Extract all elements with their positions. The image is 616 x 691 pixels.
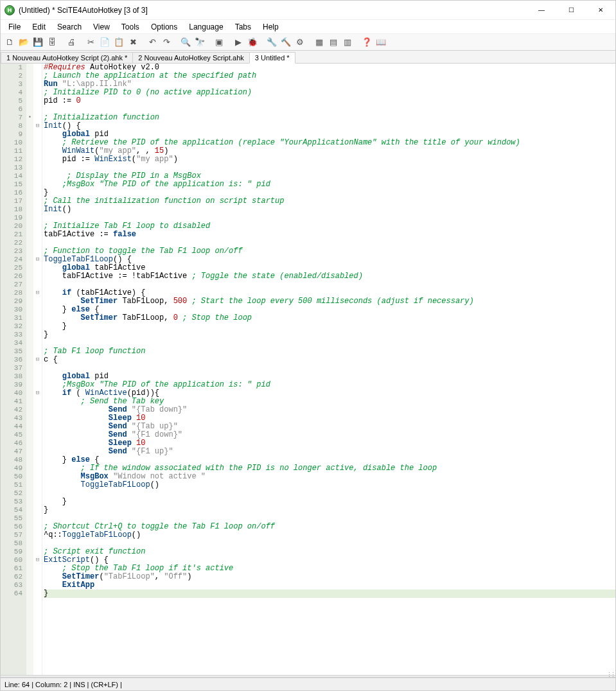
replace-icon[interactable]: 🔭 xyxy=(193,36,206,49)
tab[interactable]: 2 Nouveau AutoHotkey Script.ahk xyxy=(132,52,249,63)
fold-gutter[interactable]: ⊟ ⊟ ⊟ ⊟ ⊟ ⊟ xyxy=(33,64,42,675)
delete-icon[interactable]: ✖ xyxy=(127,36,139,49)
help2-icon[interactable]: 📖 xyxy=(374,36,387,49)
minimize-button[interactable]: — xyxy=(527,1,556,20)
menu-language[interactable]: Language xyxy=(184,21,228,33)
toolbar: 🗋📂💾🗄🖨✂📄📋✖↶↷🔍🔭▣▶🐞🔧🔨⚙▦▤▥❓📖 xyxy=(1,34,615,51)
panel3-icon[interactable]: ▥ xyxy=(341,36,354,49)
menu-tools[interactable]: Tools xyxy=(116,21,145,33)
redo-icon[interactable]: ↷ xyxy=(160,36,173,49)
new-file-icon[interactable]: 🗋 xyxy=(3,36,16,49)
tab[interactable]: 1 Nouveau AutoHotkey Script (2).ahk * xyxy=(1,52,133,63)
menu-search[interactable]: Search xyxy=(52,21,87,33)
code-line[interactable]: ToggleTabF1Loop() xyxy=(44,481,615,489)
menu-file[interactable]: File xyxy=(3,21,26,33)
run-icon[interactable]: ▶ xyxy=(232,36,245,49)
print-icon[interactable]: 🖨 xyxy=(65,36,78,49)
menu-tabs[interactable]: Tabs xyxy=(230,21,256,33)
code-line[interactable]: tabF1Active := false xyxy=(44,231,615,239)
tool2-icon[interactable]: 🔨 xyxy=(279,36,292,49)
panel1-icon[interactable]: ▦ xyxy=(313,36,326,49)
code-line[interactable]: Send "{F1 up}" xyxy=(44,448,615,456)
menu-edit[interactable]: Edit xyxy=(27,21,51,33)
menu-options[interactable]: Options xyxy=(146,21,182,33)
code-line[interactable]: ExitApp xyxy=(44,581,615,590)
save-icon[interactable]: 💾 xyxy=(31,36,44,49)
help1-icon[interactable]: ❓ xyxy=(360,36,373,49)
marker-gutter: • xyxy=(26,64,33,675)
output-pane-grip[interactable] xyxy=(1,675,615,678)
tool3-icon[interactable]: ⚙ xyxy=(294,36,306,49)
tool1-icon[interactable]: 🔧 xyxy=(265,36,278,49)
status-bar: Line: 64 | Column: 2 | INS | (CR+LF) | xyxy=(1,678,615,690)
cut-icon[interactable]: ✂ xyxy=(84,36,97,49)
code-line[interactable]: pid := WinExist("my app") xyxy=(44,155,615,164)
code-line[interactable]: pid := 0 xyxy=(44,97,615,105)
code-area[interactable]: #Requires AutoHotkey v2.0; Launch the ap… xyxy=(42,64,615,675)
open-file-icon[interactable]: 📂 xyxy=(17,36,30,49)
code-line[interactable]: SetTimer TabF1Loop, 500 ; Start the loop… xyxy=(44,297,615,306)
stop-macro-icon[interactable]: ▣ xyxy=(213,36,225,49)
paste-icon[interactable]: 📋 xyxy=(112,36,125,49)
save-all-icon[interactable]: 🗄 xyxy=(46,36,58,49)
close-button[interactable]: ✕ xyxy=(586,1,615,20)
code-line[interactable]: ; Call the initialization function on sc… xyxy=(44,197,615,206)
find-icon[interactable]: 🔍 xyxy=(179,36,192,49)
menu-help[interactable]: Help xyxy=(258,21,284,33)
code-line[interactable] xyxy=(44,364,615,372)
window-title: (Untitled) * SciTE4AutoHotkey [3 of 3] xyxy=(19,6,527,15)
copy-icon[interactable]: 📄 xyxy=(98,36,111,49)
code-line[interactable]: } xyxy=(44,331,615,339)
code-line[interactable]: ^q::ToggleTabF1Loop() xyxy=(44,531,615,539)
code-line[interactable]: SetTimer("TabF1Loop", "Off") xyxy=(44,573,615,581)
code-line[interactable]: c { xyxy=(44,356,615,364)
code-editor[interactable]: 1234567891011121314151617181920212223242… xyxy=(1,64,615,675)
code-line[interactable]: ; Script exit function xyxy=(44,548,615,556)
code-line[interactable]: ; Initialize PID to 0 (no active applica… xyxy=(44,89,615,97)
code-line[interactable]: } xyxy=(44,498,615,506)
code-line[interactable]: } xyxy=(44,322,615,331)
line-number-gutter: 1234567891011121314151617181920212223242… xyxy=(1,64,26,675)
debug-icon[interactable]: 🐞 xyxy=(246,36,259,49)
tab[interactable]: 3 Untitled * xyxy=(249,52,295,64)
maximize-button[interactable]: ☐ xyxy=(556,1,586,20)
code-line[interactable]: tabF1Active := !tabF1Active ; Toggle the… xyxy=(44,272,615,281)
status-text: Line: 64 | Column: 2 | INS | (CR+LF) | xyxy=(4,681,122,688)
code-line[interactable]: Init() { xyxy=(44,122,615,130)
code-line[interactable]: } xyxy=(44,590,615,598)
code-line[interactable]: ; Initialization function xyxy=(44,114,615,122)
menu-view[interactable]: View xyxy=(88,21,115,33)
undo-icon[interactable]: ↶ xyxy=(146,36,159,49)
code-line[interactable]: SetTimer TabF1Loop, 0 ; Stop the loop xyxy=(44,314,615,322)
code-line[interactable]: } xyxy=(44,506,615,514)
title-bar: H (Untitled) * SciTE4AutoHotkey [3 of 3]… xyxy=(1,1,615,20)
app-icon: H xyxy=(4,5,15,15)
code-line[interactable] xyxy=(44,489,615,498)
code-line[interactable]: ;MsgBox "The PID of the application is: … xyxy=(44,180,615,189)
menu-bar: FileEditSearchViewToolsOptionsLanguageTa… xyxy=(1,20,615,34)
tab-bar: 1 Nouveau AutoHotkey Script (2).ahk *2 N… xyxy=(1,51,615,64)
code-line[interactable]: Init() xyxy=(44,206,615,214)
panel2-icon[interactable]: ▤ xyxy=(327,36,340,49)
code-line[interactable]: ; Tab F1 loop function xyxy=(44,347,615,356)
